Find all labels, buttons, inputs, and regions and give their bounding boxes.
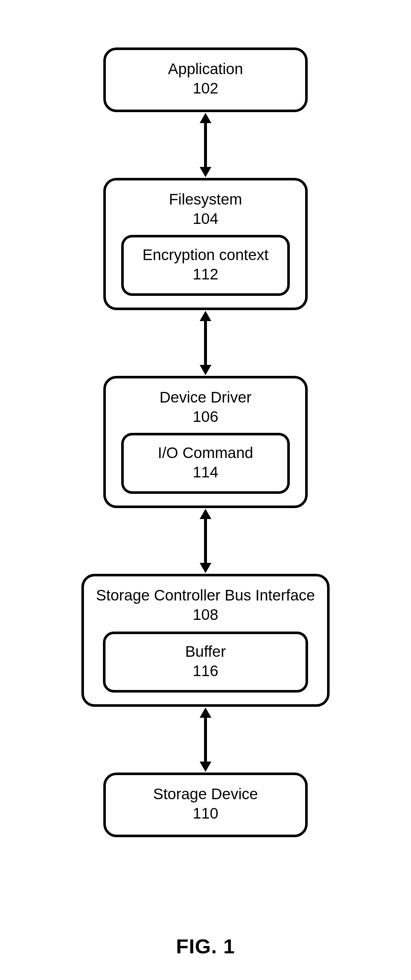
block-title: Filesystem [114,190,297,209]
block-title: I/O Command [128,444,283,463]
block-device-driver: Device Driver 106 I/O Command 114 [103,376,308,508]
double-arrow-icon [197,310,214,376]
block-ref-num: 112 [128,265,283,284]
block-encryption-context: Encryption context 112 [121,235,290,296]
block-title: Encryption context [128,245,283,265]
double-arrow-icon [197,112,214,178]
block-application: Application 102 [103,48,308,112]
block-storage-device: Storage Device 110 [103,773,308,837]
double-arrow-icon [197,508,214,574]
svg-marker-5 [200,365,211,375]
block-storage-controller-bus-interface: Storage Controller Bus Interface 108 Buf… [81,574,330,707]
svg-marker-11 [200,762,211,772]
block-ref-num: 110 [114,804,297,823]
svg-marker-2 [200,167,211,177]
block-ref-num: 106 [114,407,297,426]
double-arrow-icon [197,707,214,773]
block-title: Buffer [110,642,301,662]
block-diagram: Application 102 Filesystem 104 Encryptio… [78,48,333,837]
block-ref-num: 104 [114,209,297,229]
block-ref-num: 102 [114,79,297,98]
block-io-command: I/O Command 114 [121,433,290,494]
block-title: Application [114,59,297,79]
block-title: Device Driver [114,388,297,407]
block-title: Storage Controller Bus Interface [93,586,318,605]
block-ref-num: 114 [128,463,283,482]
svg-marker-10 [200,708,211,718]
svg-marker-4 [200,311,211,321]
block-title: Storage Device [114,784,297,804]
block-buffer: Buffer 116 [103,632,308,692]
svg-marker-7 [200,509,211,519]
svg-marker-1 [200,113,211,123]
block-filesystem: Filesystem 104 Encryption context 112 [103,178,308,310]
svg-marker-8 [200,563,211,573]
block-ref-num: 108 [93,605,318,625]
block-ref-num: 116 [110,662,301,681]
figure-label: FIG. 1 [176,934,235,958]
